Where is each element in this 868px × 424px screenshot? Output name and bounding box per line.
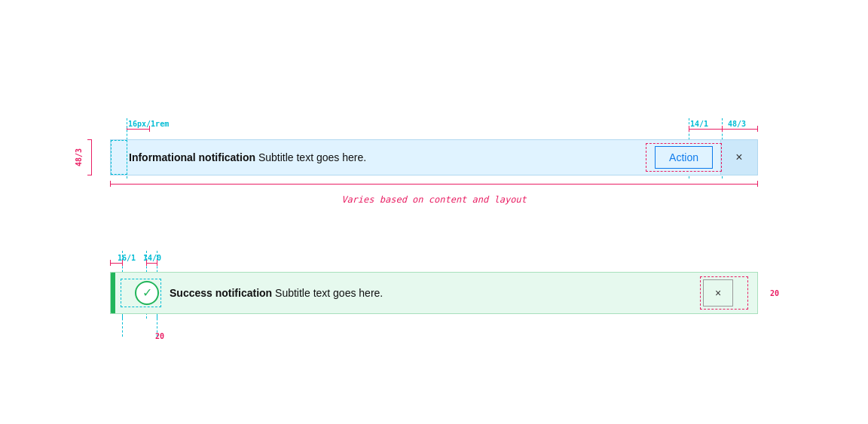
info-action-button[interactable]: Action [655, 146, 713, 169]
close-width-arrow [722, 129, 757, 130]
info-close-icon: × [735, 151, 742, 164]
info-padding-label: 16px/1rem [128, 120, 169, 128]
height-bracket: 48/3 [81, 139, 92, 175]
success-bottom-dashed-left [122, 314, 123, 337]
info-notification-subtitle: Subtitle text goes here. [255, 151, 366, 163]
success-icon-left-label: 16/1 [118, 254, 136, 262]
success-bottom-label: 20 [155, 332, 164, 340]
info-notification-section: 16px/1rem 14/1 48/3 [110, 118, 758, 206]
info-notification-text: Informational notification Subtitle text… [111, 151, 647, 163]
success-checkmark-icon: ✓ [142, 285, 152, 300]
info-close-button[interactable]: × [721, 140, 757, 175]
success-close-icon: × [715, 287, 721, 299]
success-notification-wrapper: ✓ Success notification Subtitle text goe… [110, 272, 758, 314]
success-notification-bar: ✓ Success notification Subtitle text goe… [110, 272, 758, 314]
success-icon-gap-label: 14/0 [143, 254, 161, 262]
success-close-button[interactable]: × [703, 279, 733, 307]
full-width-arrow [110, 184, 758, 185]
info-action-section: Action [647, 140, 720, 175]
success-left-measure [110, 263, 122, 264]
left-padding-arrow [127, 129, 149, 130]
info-top-annotations: 16px/1rem 14/1 48/3 [110, 118, 758, 139]
success-close-right-label: 20 [770, 288, 779, 297]
info-notification-wrapper: 48/3 Informational notification Subtitle… [110, 139, 758, 175]
success-close-container: × [703, 279, 745, 307]
success-notification-subtitle: Subtitle text goes here. [272, 287, 383, 299]
success-notification-section: 16/1 14/0 [110, 251, 758, 314]
info-action-gap-label: 14/1 [690, 120, 708, 128]
success-icon: ✓ [135, 281, 159, 305]
success-top-annotations: 16/1 14/0 [110, 251, 758, 272]
success-left-strip [111, 273, 115, 313]
success-notification-bold: Success notification [170, 287, 272, 299]
info-action-width-label: 48/3 [728, 120, 746, 128]
varies-label-wrap: Varies based on content and layout [110, 192, 758, 206]
height-label: 48/3 [74, 148, 82, 166]
action-gap-arrow [689, 129, 722, 130]
info-notification-bold: Informational notification [129, 151, 255, 163]
success-notification-text: Success notification Subtitle text goes … [159, 287, 703, 299]
info-notification-bar: Informational notification Subtitle text… [110, 139, 758, 175]
varies-label: Varies based on content and layout [341, 194, 527, 205]
page-container: 16px/1rem 14/1 48/3 [0, 0, 868, 424]
success-gap-measure [146, 263, 157, 264]
success-icon-container: ✓ [123, 281, 159, 305]
